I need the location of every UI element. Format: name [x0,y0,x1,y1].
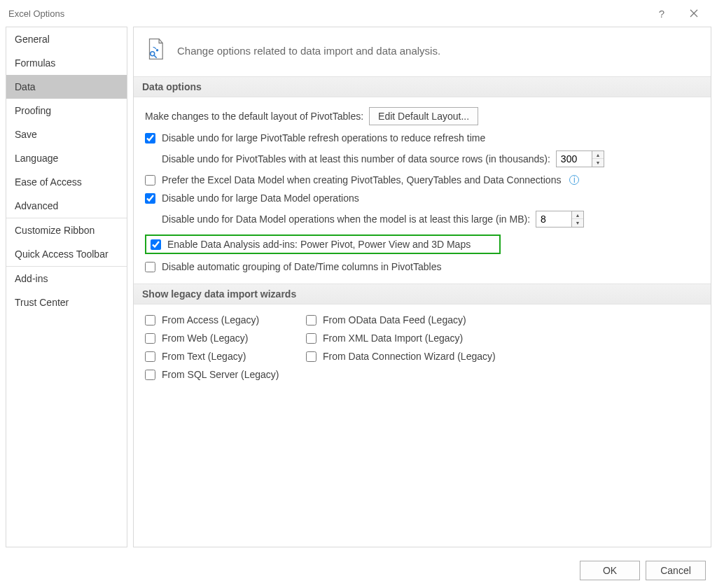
enable-addins-highlight: Enable Data Analysis add-ins: Power Pivo… [145,234,501,254]
disable-undo-pivot-checkbox[interactable]: Disable undo for large PivotTable refres… [145,132,485,144]
from-odata-legacy-checkbox[interactable]: From OData Data Feed (Legacy) [306,314,516,326]
from-text-legacy-checkbox[interactable]: From Text (Legacy) [145,351,299,362]
sidebar-item-formulas[interactable]: Formulas [6,51,127,75]
sidebar-item-trust-center[interactable]: Trust Center [6,290,127,314]
from-sql-legacy-checkbox[interactable]: From SQL Server (Legacy) [145,369,299,380]
svg-point-4 [156,49,158,51]
spin-down-icon[interactable]: ▼ [592,159,604,167]
pivot-rows-spinbox[interactable]: ▲▼ [556,150,604,167]
pivot-layout-label: Make changes to the default layout of Pi… [145,111,363,122]
sidebar: General Formulas Data Proofing Save Lang… [6,27,127,547]
titlebar: Excel Options ? [0,0,717,27]
info-icon[interactable]: i [569,175,579,185]
close-button[interactable] [678,0,710,27]
data-page-icon [144,37,167,64]
from-web-legacy-checkbox[interactable]: From Web (Legacy) [145,332,299,344]
section-legacy-title: Show legacy data import wizards [134,284,711,304]
enable-addins-label: Enable Data Analysis add-ins: Power Pivo… [167,239,471,250]
disable-auto-group-checkbox[interactable]: Disable automatic grouping of Date/Time … [145,261,441,272]
spin-up-icon[interactable]: ▲ [592,151,604,159]
cancel-button[interactable]: Cancel [646,561,706,580]
disable-undo-pivot-rows-label: Disable undo for PivotTables with at lea… [162,153,550,164]
ok-button[interactable]: OK [580,561,640,580]
section-data-options-title: Data options [134,76,711,97]
svg-line-3 [154,55,156,57]
disable-undo-pivot-label: Disable undo for large PivotTable refres… [162,132,485,144]
close-icon [690,9,698,18]
from-access-legacy-checkbox[interactable]: From Access (Legacy) [145,314,299,326]
from-dcw-legacy-checkbox[interactable]: From Data Connection Wizard (Legacy) [306,351,516,362]
from-xml-legacy-checkbox[interactable]: From XML Data Import (Legacy) [306,332,516,344]
footer: OK Cancel [0,553,717,588]
sidebar-item-data[interactable]: Data [6,75,127,99]
content-header-text: Change options related to data import an… [177,45,440,57]
prefer-data-model-checkbox[interactable]: Prefer the Excel Data Model when creatin… [145,174,561,186]
sidebar-item-customize-ribbon[interactable]: Customize Ribbon [6,218,127,242]
spin-up-icon[interactable]: ▲ [572,211,583,219]
prefer-data-model-label: Prefer the Excel Data Model when creatin… [162,174,561,186]
help-icon: ? [659,8,664,20]
content-header: Change options related to data import an… [134,27,711,76]
sidebar-item-quick-access-toolbar[interactable]: Quick Access Toolbar [6,242,127,266]
sidebar-item-general[interactable]: General [6,27,127,51]
excel-options-window: Excel Options ? General Formulas Data Pr… [0,0,717,588]
dm-mb-input[interactable] [536,211,571,227]
sidebar-item-advanced[interactable]: Advanced [6,194,127,218]
pivot-rows-input[interactable] [557,151,592,167]
sidebar-item-save[interactable]: Save [6,122,127,146]
disable-undo-dm-label: Disable undo for large Data Model operat… [162,192,359,204]
sidebar-item-add-ins[interactable]: Add-ins [6,267,127,290]
enable-data-analysis-addins-checkbox[interactable]: Enable Data Analysis add-ins: Power Pivo… [151,239,471,250]
edit-default-layout-button[interactable]: Edit Default Layout... [369,107,478,125]
disable-undo-dm-checkbox[interactable]: Disable undo for large Data Model operat… [145,192,359,204]
sidebar-item-proofing[interactable]: Proofing [6,99,127,122]
spin-down-icon[interactable]: ▼ [572,219,583,227]
dm-mb-spinbox[interactable]: ▲▼ [536,211,584,227]
sidebar-item-language[interactable]: Language [6,146,127,170]
help-button[interactable]: ? [646,0,678,27]
window-title: Excel Options [8,8,64,19]
disable-auto-group-label: Disable automatic grouping of Date/Time … [162,261,441,272]
svg-point-2 [151,52,155,56]
content-panel: Change options related to data import an… [133,27,711,547]
disable-undo-dm-mb-label: Disable undo for Data Model operations w… [162,214,530,225]
sidebar-item-ease-of-access[interactable]: Ease of Access [6,170,127,194]
